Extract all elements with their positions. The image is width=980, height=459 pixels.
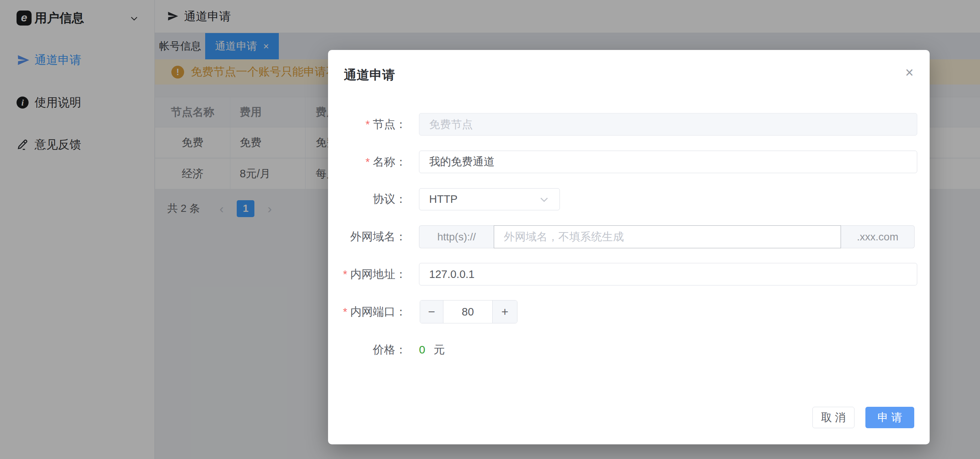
internal-port-stepper: − 80 + xyxy=(420,300,517,323)
required-mark: * xyxy=(366,118,370,131)
app-screen: e 用户信息 通道申请 i 使用说明 xyxy=(0,0,980,459)
domain-append: .xxx.com xyxy=(841,226,915,248)
price-unit: 元 xyxy=(434,342,445,357)
channel-apply-dialog: 通道申请 × * 节点： * 名称： 协议： HTTP xyxy=(328,50,930,444)
field-label-protocol: 协议： xyxy=(328,188,407,210)
field-label-name: * 名称： xyxy=(328,151,407,173)
field-label-domain: 外网域名： xyxy=(328,226,407,248)
stepper-decrease-button[interactable]: − xyxy=(420,300,444,323)
price-value: 0 xyxy=(419,343,425,356)
domain-prepend: http(s):// xyxy=(419,226,494,248)
field-label-node: * 节点： xyxy=(328,113,407,136)
apply-button[interactable]: 申 请 xyxy=(865,407,914,428)
field-label-internal-address: * 内网地址： xyxy=(328,263,407,286)
protocol-select[interactable]: HTTP xyxy=(419,188,560,210)
chevron-down-icon xyxy=(538,194,550,205)
field-label-price: 价格： xyxy=(328,338,407,361)
required-mark: * xyxy=(366,156,370,168)
node-input[interactable] xyxy=(419,113,917,136)
required-mark: * xyxy=(343,268,347,281)
protocol-select-value: HTTP xyxy=(429,193,458,205)
internal-address-input[interactable] xyxy=(419,263,917,286)
internal-port-value[interactable]: 80 xyxy=(444,300,492,323)
dialog-close-icon[interactable]: × xyxy=(901,64,918,81)
stepper-increase-button[interactable]: + xyxy=(492,300,517,323)
cancel-button[interactable]: 取 消 xyxy=(812,407,854,428)
required-mark: * xyxy=(343,306,347,318)
field-label-internal-port: * 内网端口： xyxy=(328,300,407,323)
domain-input[interactable] xyxy=(494,226,841,248)
name-input[interactable] xyxy=(419,151,917,173)
dialog-title: 通道申请 xyxy=(344,67,395,84)
price-row: 0 元 xyxy=(419,338,445,361)
